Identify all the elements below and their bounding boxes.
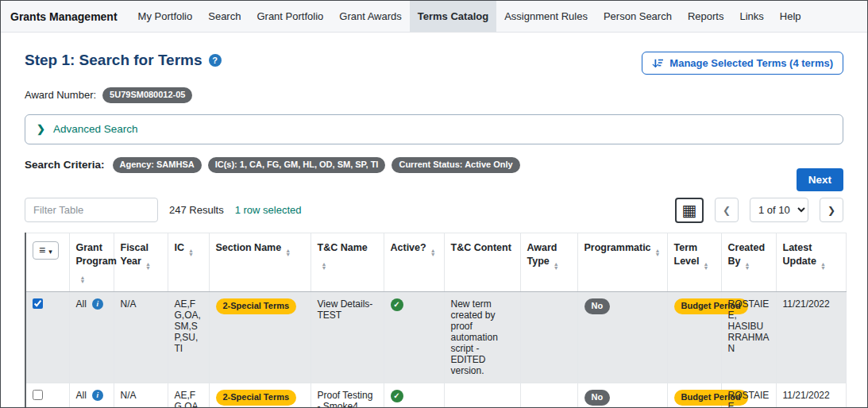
grant-program-cell: All	[69, 383, 114, 408]
programmatic-badge: No	[584, 298, 611, 314]
sort-icon[interactable]	[145, 262, 151, 270]
terms-table: Grant Program Fiscal Year IC Section Nam…	[25, 233, 847, 408]
fiscal-year-cell: N/A	[114, 291, 168, 383]
criteria-badge-agency: Agency: SAMHSA	[113, 157, 202, 173]
next-button[interactable]: Next	[797, 168, 843, 191]
search-criteria-label: Search Criteria:	[25, 157, 105, 171]
sort-icon[interactable]	[703, 262, 708, 270]
tc-name-cell: Proof Testing - Smoke4	[311, 383, 384, 408]
col-tc-content: T&C Content	[444, 233, 520, 291]
sort-icon[interactable]	[80, 275, 86, 283]
col-term-level[interactable]: Term Level	[667, 233, 721, 291]
sort-icon[interactable]	[655, 248, 661, 256]
award-number-row: Award Number: 5U79SM080012-05	[25, 87, 843, 103]
programmatic-cell: No	[577, 383, 667, 408]
nav-grant-portfolio[interactable]: Grant Portfolio	[249, 1, 331, 32]
advanced-search-label: Advanced Search	[53, 123, 138, 135]
table-header-row: Grant Program Fiscal Year IC Section Nam…	[25, 233, 846, 291]
filter-table-input[interactable]	[25, 198, 158, 222]
sort-icon[interactable]	[820, 262, 826, 270]
criteria-badge-status: Current Status: Active Only	[392, 157, 519, 173]
results-count: 247 Results	[169, 204, 224, 216]
nav-search[interactable]: Search	[200, 1, 249, 32]
chevron-left-icon	[723, 205, 731, 216]
sort-icon[interactable]	[188, 248, 194, 256]
page-title: Step 1: Search for Terms	[25, 52, 222, 69]
help-icon[interactable]	[209, 54, 222, 67]
col-active[interactable]: Active?	[384, 233, 444, 291]
tc-name-cell: View Details-TEST	[311, 291, 384, 383]
term-level-cell: Budget Period	[667, 383, 721, 408]
search-criteria-row: Search Criteria: Agency: SAMHSA IC(s): 1…	[25, 157, 843, 191]
award-number-label: Award Number:	[25, 89, 96, 101]
table-view-button[interactable]	[675, 198, 704, 223]
rows-selected-link[interactable]: 1 row selected	[235, 204, 302, 216]
grid-icon	[682, 202, 697, 218]
active-check-icon	[391, 298, 403, 311]
latest-update-cell: 11/21/2022	[776, 291, 846, 383]
sort-amount-icon	[652, 58, 663, 69]
sort-icon[interactable]	[554, 262, 559, 270]
col-section-name[interactable]: Section Name	[209, 233, 311, 291]
ic-cell: AE,FG,OA,SM,SP,SU,TI	[168, 291, 209, 383]
tc-content-cell: New term created by proof automation scr…	[444, 291, 520, 383]
row-checkbox[interactable]	[33, 390, 43, 400]
page: Grants Management My Portfolio Search Gr…	[0, 0, 868, 408]
active-cell	[384, 383, 444, 408]
section-name-cell: 2-Special Terms	[209, 291, 311, 383]
active-cell	[384, 291, 444, 383]
active-check-icon	[391, 390, 403, 402]
manage-selected-terms-button[interactable]: Manage Selected Terms (4 terms)	[642, 52, 843, 75]
nav-my-portfolio[interactable]: My Portfolio	[130, 1, 201, 32]
nav-assignment-rules[interactable]: Assignment Rules	[496, 1, 596, 32]
table-row: All N/A AE,FG,OA,SM,SP,SU,TI 2-Special T…	[25, 291, 846, 383]
col-select	[25, 233, 69, 291]
caret-down-icon	[48, 244, 52, 256]
top-nav: Grants Management My Portfolio Search Gr…	[1, 1, 867, 33]
section-badge: 2-Special Terms	[216, 298, 297, 314]
created-by-cell: ROSTAIEE, HASIBURRAHMAN	[721, 291, 776, 383]
criteria-badge-ics: IC(s): 1, CA, FG, GM, HL, OD, SM, SP, TI	[208, 157, 386, 173]
col-grant-program[interactable]: Grant Program	[69, 233, 114, 291]
latest-update-cell: 11/21/2022	[776, 383, 846, 408]
award-number-badge: 5U79SM080012-05	[102, 87, 192, 103]
select-cell	[25, 383, 69, 408]
sort-icon[interactable]	[322, 262, 327, 270]
row-checkbox[interactable]	[33, 298, 43, 309]
sort-icon[interactable]	[430, 248, 436, 256]
col-latest-update[interactable]: Latest Update	[776, 233, 846, 291]
nav-help[interactable]: Help	[772, 1, 809, 32]
column-menu-button[interactable]	[33, 241, 59, 260]
manage-selected-terms-label: Manage Selected Terms (4 terms)	[669, 57, 833, 69]
advanced-search-panel[interactable]: Advanced Search	[25, 114, 843, 144]
nav-terms-catalog[interactable]: Terms Catalog	[410, 1, 496, 32]
section-badge: 2-Special Terms	[216, 390, 297, 406]
col-tc-name[interactable]: T&C Name	[311, 233, 384, 291]
main-content: Step 1: Search for Terms Manage Selected…	[1, 33, 867, 408]
award-type-cell	[520, 383, 577, 408]
col-created-by[interactable]: Created By	[721, 233, 776, 291]
chevron-right-icon	[827, 205, 835, 216]
page-select[interactable]: 1 of 10	[750, 198, 808, 222]
info-icon[interactable]	[92, 390, 103, 401]
sort-icon[interactable]	[744, 262, 750, 270]
next-page-button[interactable]	[820, 198, 843, 222]
col-fiscal-year[interactable]: Fiscal Year	[114, 233, 168, 291]
col-award-type[interactable]: Award Type	[520, 233, 577, 291]
grant-program-cell: All	[69, 291, 114, 383]
nav-person-search[interactable]: Person Search	[596, 1, 680, 32]
sort-icon[interactable]	[285, 248, 291, 256]
prev-page-button[interactable]	[715, 198, 739, 222]
nav-links[interactable]: Links	[731, 1, 771, 32]
select-cell	[25, 291, 69, 383]
programmatic-badge: No	[584, 390, 611, 406]
info-icon[interactable]	[92, 298, 103, 310]
title-row: Step 1: Search for Terms Manage Selected…	[25, 52, 843, 75]
nav-grant-awards[interactable]: Grant Awards	[331, 1, 410, 32]
col-programmatic[interactable]: Programmatic	[577, 233, 667, 291]
nav-reports[interactable]: Reports	[680, 1, 732, 32]
created-by-cell: ROSTAIEE, HASIBURRAHMAN	[721, 383, 776, 408]
col-ic[interactable]: IC	[168, 233, 209, 291]
table-toolbar: 247 Results 1 row selected 1 of 10	[25, 198, 843, 223]
app-title: Grants Management	[10, 10, 118, 23]
